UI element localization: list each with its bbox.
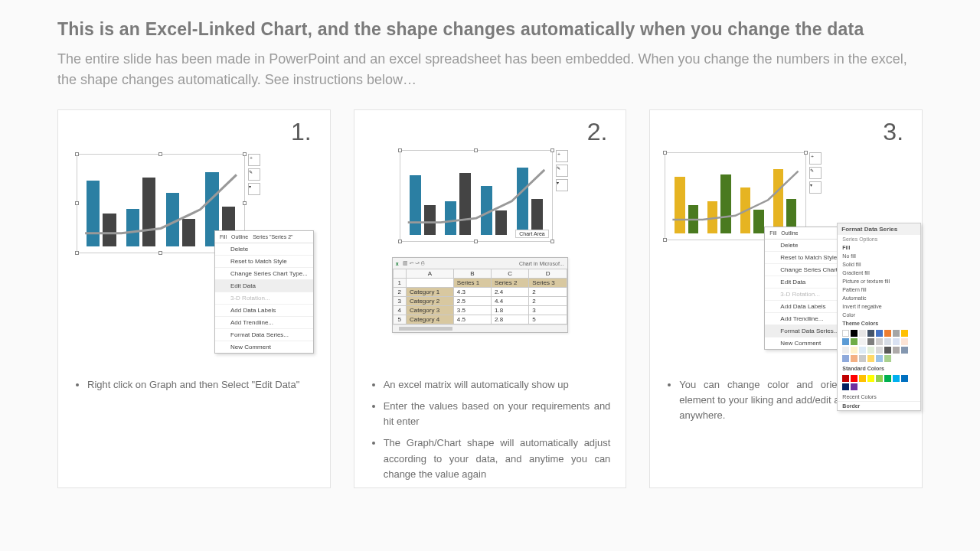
ctx-format-series[interactable]: Format Data Series... [215,329,313,341]
fill-opt-invert[interactable]: Invert if negative [838,302,920,311]
chart-side-buttons[interactable]: ＋ ✎ ▾ [248,154,260,195]
fmt-subtitle: Series Options [838,235,920,243]
slide-subtitle: The entire slide has been made in PowerP… [57,49,923,90]
step-number: 2. [365,118,608,146]
plus-icon[interactable]: ＋ [248,154,260,166]
step-card-3: 3. ＋ ✎ ▾ Fill [649,109,923,488]
ctx-add-trendline[interactable]: Add Trendline... [215,317,313,329]
fill-opt-picture[interactable]: Picture or texture fill [838,277,920,285]
ctx-change-type[interactable]: Change Series Chart Type... [215,268,313,280]
theme-swatches[interactable] [838,328,920,364]
slide-title: This is an Excel-Linked Chart, and the s… [57,19,923,40]
chart-thumbnail[interactable]: Chart Area [400,150,553,242]
ctx-delete[interactable]: Delete [215,243,313,256]
brush-icon[interactable]: ✎ [809,167,822,179]
chart-side-buttons[interactable]: ＋ ✎ ▾ [556,150,568,191]
card-row: 1. ＋ ✎ ▾ [57,109,923,488]
plus-icon[interactable]: ＋ [809,152,822,165]
ctx-change-type[interactable]: Change Series Chart Type... [765,264,848,276]
brush-icon[interactable]: ✎ [248,168,260,181]
outline-icon[interactable]: Outline [781,230,798,236]
series-selector[interactable]: Series "Series 2" [253,234,292,240]
border-heading[interactable]: Border [838,401,920,410]
theme-colors-label: Theme Colors [838,319,920,328]
fill-heading[interactable]: Fill [838,243,920,252]
chart-area-label: Chart Area [515,230,548,238]
fill-opt-auto[interactable]: Automatic [838,294,920,302]
ctx-new-comment[interactable]: New Comment [215,341,313,353]
ctx-add-labels[interactable]: Add Data Labels [215,305,313,317]
standard-swatches[interactable] [838,373,920,393]
ctx-reset[interactable]: Reset to Match Style [215,256,313,268]
ctx-reset[interactable]: Reset to Match Style [765,252,848,264]
standard-colors-label: Standard Colors [838,364,920,373]
context-menu[interactable]: Fill Outline Series "Series 2" Delete Re… [214,230,314,354]
fill-icon[interactable]: Fill [769,230,776,236]
ctx-3d: 3-D Rotation... [765,289,848,301]
fill-icon[interactable]: Fill [220,234,227,240]
fill-opt-no[interactable]: No fill [838,252,920,260]
brush-icon[interactable]: ✎ [556,165,568,177]
bullet: The Graph/Chart shape will automatically… [384,435,611,481]
format-data-series-pane[interactable]: Format Data Series Series Options Fill N… [837,223,921,411]
thumbnail-area-1: ＋ ✎ ▾ Fill Outline Series "Series 2" Del… [69,146,319,368]
step-notes-1: Right click on Graph and then Select "Ed… [74,377,315,399]
chart-side-buttons[interactable]: ＋ ✎ ▾ [809,152,822,194]
ctx-new-comment[interactable]: New Comment [765,337,848,349]
step-number: 1. [69,118,312,146]
ctx-format-series[interactable]: Format Data Series... [765,325,848,337]
bullet: Right click on Graph and then Select "Ed… [87,377,315,393]
ctx-3d: 3-D Rotation... [215,292,313,305]
thumbnail-area-2: Chart Area ＋ ✎ ▾ x ▥ ⤺ ⤻ ⎙ Chart in Micr… [365,146,616,368]
bullet: An excel matrix will automatically show … [384,377,611,393]
context-menu-compact[interactable]: Fill Outline Delete Reset to Match Style… [764,227,848,350]
filter-icon[interactable]: ▾ [809,181,822,194]
ctx-edit-data[interactable]: Edit Data [215,280,313,292]
excel-title: Chart in Microsof... [519,261,564,266]
outline-icon[interactable]: Outline [231,234,248,240]
thumbnail-area-3: ＋ ✎ ▾ Fill Outline Delete Reset to Match… [661,146,911,368]
fill-opt-pattern[interactable]: Pattern fill [838,285,920,294]
fill-opt-gradient[interactable]: Gradient fill [838,269,920,277]
bullet: Enter the values based on your requireme… [384,399,611,429]
ctx-add-trendline[interactable]: Add Trendline... [765,313,848,325]
recent-colors-label: Recent Colors [838,393,920,401]
step-card-1: 1. ＋ ✎ ▾ [57,109,331,488]
excel-icon: x [396,261,399,266]
color-label: Color [838,311,920,319]
ctx-add-labels[interactable]: Add Data Labels [765,301,848,313]
step-number: 3. [661,118,903,146]
filter-icon[interactable]: ▾ [556,179,568,191]
ctx-delete[interactable]: Delete [765,240,848,252]
step-card-2: 2. Chart Area ＋ ✎ ▾ [354,109,627,488]
excel-grid[interactable]: ABCD 1 Series 1 Series 2 Series 3 2Categ… [393,269,567,324]
fill-opt-solid[interactable]: Solid fill [838,260,920,269]
step-notes-2: An excel matrix will automatically show … [370,377,611,488]
filter-icon[interactable]: ▾ [248,183,260,195]
plus-icon[interactable]: ＋ [556,150,568,162]
excel-window[interactable]: x ▥ ⤺ ⤻ ⎙ Chart in Microsof... ABCD 1 Se… [392,257,568,333]
ctx-edit-data[interactable]: Edit Data [765,276,848,289]
fmt-title: Format Data Series [838,223,920,235]
